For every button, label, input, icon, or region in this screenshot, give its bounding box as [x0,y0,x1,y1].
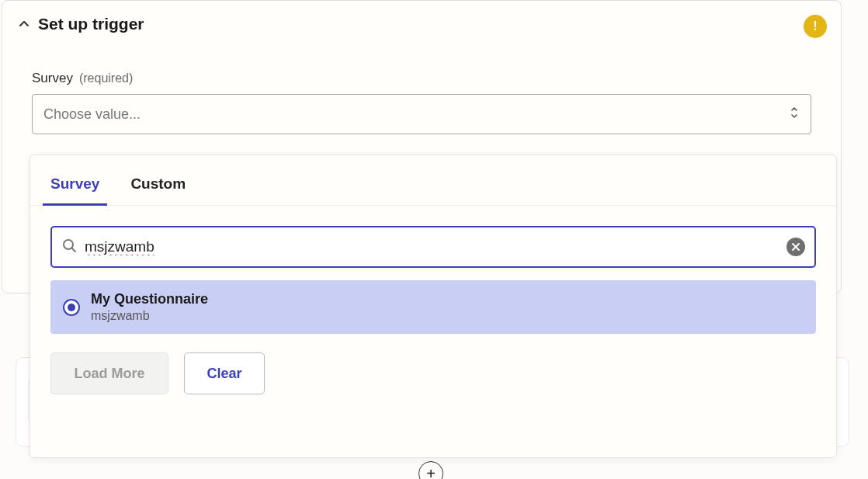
search-icon [61,238,77,256]
warning-glyph: ! [813,19,817,33]
tab-survey[interactable]: Survey [50,175,99,205]
dropdown-buttons: Load More Clear [50,352,816,394]
collapse-icon[interactable] [18,18,30,30]
tab-custom[interactable]: Custom [130,175,186,205]
svg-point-0 [64,240,73,249]
option-text: My Questionnaire msjzwamb [91,291,208,323]
field-label: Survey [32,71,73,86]
option-subtitle: msjzwamb [91,309,208,323]
plus-icon: + [426,465,436,480]
search-input[interactable] [85,238,779,255]
field-label-row: Survey (required) [32,71,811,86]
add-step-button[interactable]: + [418,461,443,479]
field-area: Survey (required) Choose value... [2,33,841,134]
panel-header: Set up trigger [2,1,841,33]
dropdown-popover: Survey Custom My Ques [30,154,837,458]
panel-title: Set up trigger [38,15,144,33]
svg-line-1 [72,248,75,252]
warning-badge-icon[interactable]: ! [804,15,827,38]
radio-selected-icon [63,299,80,316]
select-placeholder: Choose value... [43,106,141,123]
option-title: My Questionnaire [91,291,208,307]
load-more-button[interactable]: Load More [50,352,168,394]
clear-button[interactable]: Clear [184,352,265,394]
dropdown-body: My Questionnaire msjzwamb Load More Clea… [30,206,836,394]
clear-search-icon[interactable] [786,238,805,256]
select-caret-icon [789,105,800,123]
dropdown-tabs: Survey Custom [30,155,836,206]
option-my-questionnaire[interactable]: My Questionnaire msjzwamb [50,280,816,334]
radio-dot [68,304,75,311]
field-required: (required) [79,71,133,85]
search-field-wrap[interactable] [50,226,816,268]
survey-select[interactable]: Choose value... [32,94,811,134]
